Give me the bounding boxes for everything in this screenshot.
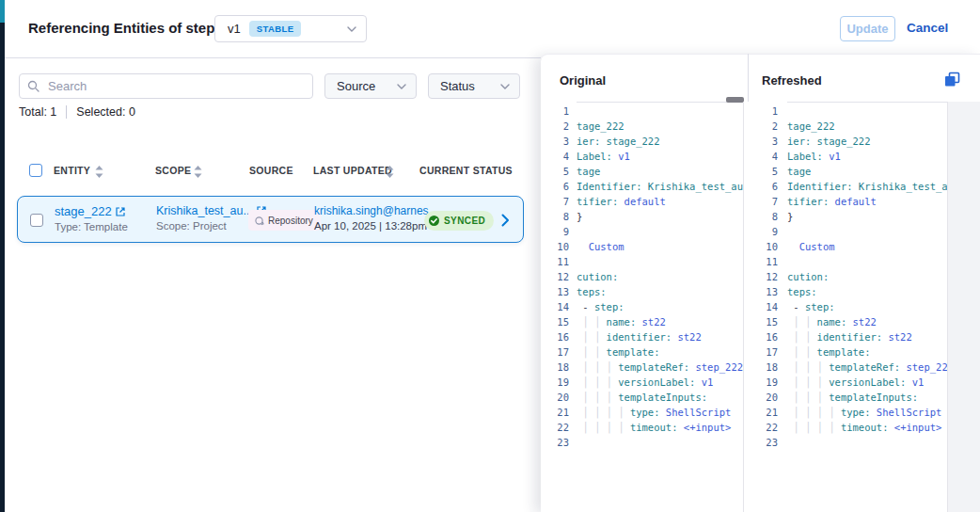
line-number: 8	[541, 209, 569, 224]
update-button[interactable]: Update	[840, 16, 895, 41]
code-line	[787, 254, 947, 269]
refreshed-line-numbers: 1234567891011121314151617181920212223	[750, 104, 778, 450]
code-line: tage_222	[577, 119, 743, 134]
code-line: │ │ │ │ type: ShellScript	[787, 405, 947, 420]
stable-badge: STABLE	[249, 21, 302, 37]
line-number: 10	[750, 239, 778, 254]
code-line: │ │ identifier: st22	[577, 329, 743, 344]
original-code-top-border	[577, 102, 743, 103]
column-source: SOURCE	[249, 165, 293, 176]
code-line: │ │ │ versionLabel: v1	[577, 375, 743, 390]
column-scope[interactable]: SCOPE	[155, 165, 191, 176]
line-number: 15	[541, 314, 569, 329]
version-label: v1	[228, 22, 241, 36]
original-code-editor[interactable]: tage_222ier: stage_222Label: v1tageIdent…	[577, 104, 743, 450]
search-icon	[27, 80, 40, 92]
line-number: 22	[750, 420, 778, 435]
updated-at: Apr 10, 2025 | 13:28pm	[314, 220, 438, 232]
line-number: 5	[541, 164, 569, 179]
code-line: │ │ │ │ timeout: <+input>	[577, 420, 743, 435]
source-badge-label: Repository	[268, 216, 313, 226]
column-last-updated[interactable]: LAST UPDATED	[313, 165, 392, 176]
line-number: 19	[541, 375, 569, 390]
line-number: 10	[541, 239, 569, 254]
page-title: Referencing Entities of step_222	[28, 20, 246, 36]
line-number: 4	[750, 149, 778, 164]
sort-icon[interactable]	[194, 166, 202, 178]
code-line: │ │ │ templateInputs:	[787, 390, 947, 405]
code-line: ier: stage_222	[577, 134, 743, 149]
line-number: 3	[541, 134, 569, 149]
collapsed-sidenav	[0, 0, 5, 512]
synced-check-icon	[428, 215, 440, 227]
line-number: 18	[541, 360, 569, 375]
source-filter-label: Source	[337, 79, 375, 93]
code-line: tage_222	[787, 119, 947, 134]
code-line	[577, 435, 743, 450]
line-number: 14	[750, 299, 778, 314]
source-badge: Repository	[248, 210, 321, 231]
source-filter[interactable]: Source	[324, 73, 417, 99]
updated-by: krishika.singh@harnes...	[314, 204, 438, 217]
refreshed-code-editor[interactable]: tage_222ier: stage_222Label: v1tageIdent…	[787, 104, 947, 450]
code-line: │ │ name: st22	[577, 314, 743, 329]
chevron-down-icon	[500, 84, 510, 89]
table-row[interactable]: stage_222 Type: Template Krishika_test_a…	[17, 196, 524, 243]
line-number: 1	[750, 104, 778, 119]
row-expand-chevron-icon[interactable]	[501, 214, 510, 227]
status-filter-label: Status	[440, 79, 475, 93]
status-filter[interactable]: Status	[428, 73, 520, 99]
line-number: 21	[750, 405, 778, 420]
sort-icon[interactable]	[386, 166, 394, 178]
code-line: cution:	[577, 269, 743, 284]
code-line: Label: v1	[787, 149, 947, 164]
line-number: 4	[541, 149, 569, 164]
overview-ruler[interactable]	[948, 102, 980, 512]
line-number: 12	[750, 269, 778, 284]
search-box[interactable]	[19, 73, 313, 99]
code-line: Label: v1	[577, 149, 743, 164]
header-divider	[5, 57, 541, 58]
line-number: 6	[750, 179, 778, 194]
code-line: Custom	[577, 239, 743, 254]
line-number: 22	[541, 420, 569, 435]
code-line: │ │ │ versionLabel: v1	[787, 375, 947, 390]
original-pane-title: Original	[560, 73, 606, 88]
code-line: Identifier: Krishika_test_aut	[577, 179, 743, 194]
cancel-button[interactable]: Cancel	[907, 21, 948, 35]
repository-icon	[254, 216, 264, 226]
code-line: │ │ │ │ timeout: <+input>	[787, 420, 947, 435]
line-number: 2	[750, 119, 778, 134]
entity-link[interactable]: stage_222	[55, 204, 128, 218]
line-number: 14	[541, 299, 569, 314]
code-line: cution:	[787, 269, 947, 284]
version-select[interactable]: v1 STABLE	[214, 15, 367, 42]
code-line: │ │ name: st22	[787, 314, 947, 329]
original-line-numbers: 1234567891011121314151617181920212223	[541, 104, 569, 450]
selected-count: Selected: 0	[76, 105, 135, 119]
code-line: │ │ │ templateRef: step_222	[787, 360, 947, 375]
results-summary: Total: 1 Selected: 0	[19, 105, 135, 119]
total-count: Total: 1	[19, 105, 56, 119]
code-line: }	[577, 209, 743, 224]
select-all-checkbox[interactable]	[29, 164, 42, 177]
line-number: 16	[750, 329, 778, 344]
sort-icon[interactable]	[95, 166, 103, 178]
code-line: teps:	[787, 284, 947, 299]
column-entity[interactable]: ENTITY	[54, 165, 90, 176]
horizontal-scrollbar-thumb[interactable]	[726, 97, 744, 103]
entity-type: Type: Template	[55, 221, 128, 232]
copy-icon[interactable]	[944, 72, 960, 88]
line-number: 23	[750, 435, 778, 450]
code-line: tage	[577, 164, 743, 179]
code-line	[787, 224, 947, 239]
original-pane-right-border	[743, 102, 744, 512]
line-number: 11	[541, 254, 569, 269]
search-input[interactable]	[46, 78, 305, 94]
line-number: 21	[541, 405, 569, 420]
line-number: 2	[541, 119, 569, 134]
row-checkbox[interactable]	[30, 214, 43, 227]
line-number: 13	[541, 284, 569, 299]
code-line: tifier: default	[787, 194, 947, 209]
scope-name: Krishika_test_au...	[156, 204, 253, 217]
